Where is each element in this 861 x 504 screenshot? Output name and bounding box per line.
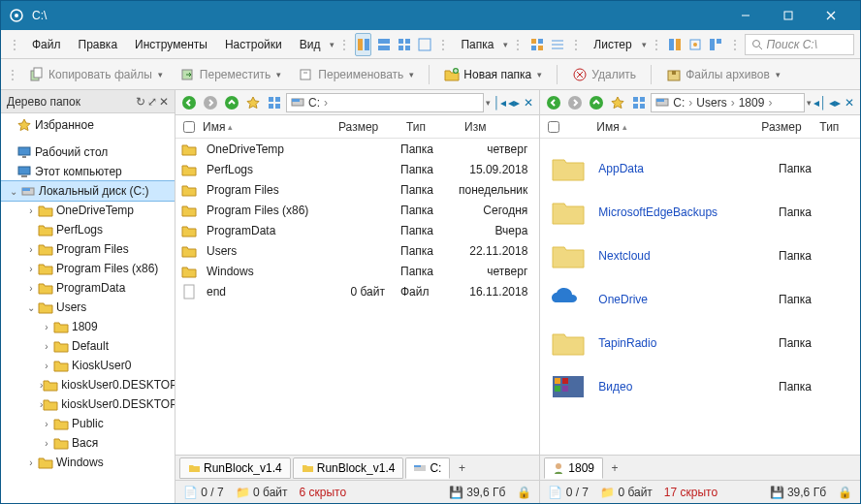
search-input[interactable]: Поиск C:\ [745,34,854,55]
file-row[interactable]: OneDriveTempПапкачетверг [175,139,539,159]
close-button[interactable] [810,1,852,30]
col-size[interactable]: Размер [331,120,399,134]
tab[interactable]: RunBlock_v1.4 [179,457,291,479]
file-row[interactable]: UsersПапка22.11.2018 [175,240,539,261]
new-tab-button[interactable]: + [605,461,624,475]
col-type[interactable]: Тип [399,120,457,134]
file-row[interactable]: Program FilesПапкапонедельник [175,179,539,200]
folder-tree[interactable]: Избранное Рабочий стол Этот компьютер ⌄Л… [1,113,175,503]
tree-item[interactable]: ⌄Users [1,298,175,317]
left-file-list[interactable]: OneDriveTempПапкачетвергPerfLogsПапка15.… [175,139,539,455]
tree-item[interactable]: ›Program Files [1,239,175,259]
col-type[interactable]: Тип [812,120,860,134]
forward-button[interactable] [565,93,585,112]
up-button[interactable] [587,93,606,112]
file-row[interactable]: PerfLogsПапка15.09.2018 [175,159,539,179]
view-btn-5[interactable] [528,33,545,56]
menu-folder[interactable]: Папка [453,34,501,55]
newfolder-button[interactable]: Новая папка▾ [437,63,549,86]
breadcrumb[interactable]: C:› [286,93,484,112]
file-row[interactable]: end0 байтФайл16.11.2018 [175,281,539,301]
tab[interactable]: RunBlock_v1.4 [293,457,404,479]
file-row[interactable]: NextcloudПапка [544,234,856,277]
view-btn-1[interactable] [355,33,371,56]
tool-btn-b[interactable] [687,33,704,56]
file-row[interactable]: TapinRadioПапка [544,321,856,364]
file-row[interactable]: WindowsПапкачетверг [175,261,539,281]
col-check[interactable] [540,121,589,133]
menu-view[interactable]: Вид [292,34,329,55]
menu-file[interactable]: Файл [24,34,69,55]
tree-item[interactable]: ›kioskUser0.DESKTOP- [1,394,175,414]
col-mod[interactable]: Изм [457,120,539,134]
new-tab-button[interactable]: + [452,461,471,475]
menu-settings[interactable]: Настройки [217,34,290,55]
tab-active[interactable]: C: [405,457,450,479]
sidebar-refresh-icon[interactable]: ↻ [136,95,145,109]
tool-btn-a[interactable] [667,33,684,56]
close-panel[interactable]: ✕ [522,93,535,112]
menu-edit[interactable]: Правка [71,34,126,55]
col-check[interactable] [175,121,195,133]
right-file-list[interactable]: AppDataПапкаMicrosoftEdgeBackupsПапкаNex… [540,139,860,455]
maximize-button[interactable] [767,1,810,30]
file-row[interactable]: AppDataПапка [544,146,856,190]
favorites-icon[interactable] [243,93,263,112]
tree-item[interactable]: ›kioskUser0.DESKTOP- [1,375,175,394]
tab-active[interactable]: 1809 [544,457,603,479]
col-size[interactable]: Размер [753,120,812,134]
forward-button[interactable] [201,93,220,112]
sidebar-pin-icon[interactable]: ⤢ [147,95,157,109]
svg-rect-57 [292,99,300,102]
tree-item[interactable]: ›Program Files (x86) [1,259,175,278]
tree-item[interactable]: PerfLogs [1,220,175,239]
view-toggle[interactable] [629,93,649,112]
tree-thispc[interactable]: Этот компьютер [1,162,175,181]
view-btn-6[interactable] [549,33,565,56]
tree-item[interactable]: ›OneDriveTemp [1,201,175,220]
tree-item[interactable]: ›Windows [1,453,175,472]
prev-btn[interactable]: ◂│ [813,93,827,112]
close-panel[interactable]: ✕ [843,93,856,112]
next-btn[interactable]: ◂▸ [507,93,521,112]
move-button[interactable]: Переместить▾ [174,63,289,86]
next-btn[interactable]: ◂▸ [828,93,842,112]
tree-item[interactable]: ›Default [1,336,175,356]
tree-item[interactable]: ›Public [1,414,175,433]
view-btn-4[interactable] [416,33,432,56]
tree-favorites[interactable]: Избранное [1,115,175,135]
dropdown-icon[interactable]: ▾ [486,98,491,108]
tree-item[interactable]: ›Вася [1,433,175,453]
view-btn-2[interactable] [375,33,392,56]
file-row[interactable]: MicrosoftEdgeBackupsПапка [544,190,856,234]
view-toggle[interactable] [265,93,284,112]
rename-button[interactable]: Переименовать▾ [292,63,421,86]
prev-btn[interactable]: │◂ [493,93,506,112]
tree-item[interactable]: ›1809 [1,317,175,336]
col-name[interactable]: Имя▴ [589,120,753,134]
file-row[interactable]: Program Files (x86)ПапкаСегодня [175,200,539,220]
tool-btn-c[interactable] [708,33,724,56]
back-button[interactable] [544,93,563,112]
tree-item[interactable]: ›KioskUser0 [1,356,175,375]
minimize-button[interactable] [724,1,767,30]
menu-tools[interactable]: Инструменты [127,34,215,55]
tree-localdisk[interactable]: ⌄Локальный диск (C:) [1,181,175,201]
tree-item[interactable]: ›ProgramData [1,278,175,298]
favorites-icon[interactable] [608,93,627,112]
view-btn-3[interactable] [396,33,412,56]
tree-desktop[interactable]: Рабочий стол [1,142,175,162]
delete-button[interactable]: Удалить [565,63,643,86]
col-name[interactable]: Имя▴ [195,120,331,134]
archives-button[interactable]: Файлы архивов▾ [659,63,787,86]
menu-lister[interactable]: Листер [586,34,639,55]
dropdown-icon[interactable]: ▾ [807,98,812,108]
up-button[interactable] [222,93,241,112]
file-row[interactable]: OneDriveПапка [544,277,856,321]
file-row[interactable]: ВидеоПапка [544,364,856,408]
breadcrumb[interactable]: C:› Users› 1809› [651,93,805,112]
file-row[interactable]: ProgramDataПапкаВчера [175,220,539,240]
back-button[interactable] [179,93,199,112]
sidebar-close-icon[interactable]: ✕ [159,95,169,109]
copy-button[interactable]: Копировать файлы▾ [22,63,170,86]
